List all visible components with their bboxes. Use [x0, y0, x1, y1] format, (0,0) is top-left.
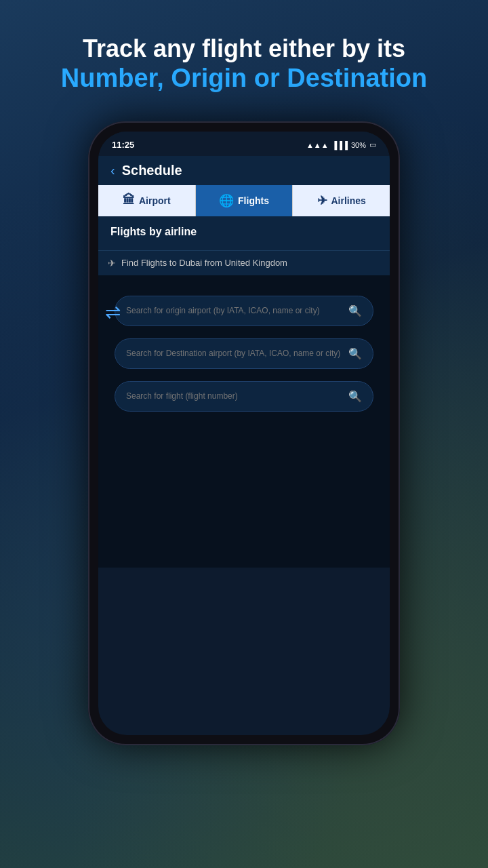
phone-screen: 11:25 ▲▲▲ ▐▐▐ 30% ▭ ‹ Schedule 🏛 Airport — [98, 132, 390, 735]
origin-search-input[interactable] — [126, 306, 342, 315]
route-icon: ⇌ — [105, 301, 121, 323]
origin-search-row[interactable]: 🔍 — [115, 296, 373, 326]
flight-link-plane-icon: ✈ — [108, 258, 116, 269]
empty-content-area — [98, 432, 390, 568]
tab-flights-label: Flights — [238, 195, 269, 206]
wifi-icon: ▲▲▲ — [306, 141, 329, 149]
flights-by-airline-title: Flights by airline — [110, 226, 378, 238]
battery-icon: ▭ — [369, 140, 376, 149]
tab-airlines-label: Airlines — [331, 195, 366, 206]
app-header: ‹ Schedule — [98, 156, 390, 185]
headline-section: Track any flight either by its Number, O… — [41, 34, 448, 121]
signal-icon: ▐▐▐ — [332, 141, 348, 149]
status-time: 11:25 — [112, 140, 134, 150]
tabs-row: 🏛 Airport 🌐 Flights ✈ Airlines — [98, 185, 390, 216]
flight-number-search-icon[interactable]: 🔍 — [348, 390, 362, 403]
status-bar: 11:25 ▲▲▲ ▐▐▐ 30% ▭ — [98, 132, 390, 156]
airlines-tab-icon: ✈ — [317, 193, 327, 208]
origin-search-icon[interactable]: 🔍 — [348, 304, 362, 317]
phone-shell: 11:25 ▲▲▲ ▐▐▐ 30% ▭ ‹ Schedule 🏛 Airport — [88, 121, 400, 745]
search-area: ⇌ 🔍 🔍 🔍 — [98, 275, 390, 432]
flights-by-airline-section: Flights by airline — [98, 216, 390, 250]
flight-number-search-row[interactable]: 🔍 — [115, 381, 373, 412]
flights-link[interactable]: ✈ Find Flights to Dubai from United King… — [98, 250, 390, 275]
tab-flights[interactable]: 🌐 Flights — [196, 185, 293, 216]
airport-tab-icon: 🏛 — [123, 193, 135, 208]
flights-link-text: Find Flights to Dubai from United Kingdo… — [121, 258, 287, 268]
status-icons: ▲▲▲ ▐▐▐ 30% ▭ — [306, 140, 376, 149]
back-button[interactable]: ‹ — [110, 163, 115, 178]
page-title: Schedule — [122, 163, 182, 178]
headline-blue: Number, Origin or Destination — [61, 63, 428, 94]
tab-airlines[interactable]: ✈ Airlines — [292, 185, 390, 216]
tab-airport[interactable]: 🏛 Airport — [98, 185, 196, 216]
tab-airport-label: Airport — [139, 195, 171, 206]
headline-white: Track any flight either by its — [61, 34, 428, 63]
battery-text: 30% — [351, 141, 366, 149]
flight-number-search-input[interactable] — [126, 391, 342, 401]
destination-search-icon[interactable]: 🔍 — [348, 347, 362, 360]
destination-search-input[interactable] — [126, 349, 342, 358]
flights-tab-icon: 🌐 — [219, 193, 234, 208]
destination-search-row[interactable]: 🔍 — [115, 338, 373, 369]
